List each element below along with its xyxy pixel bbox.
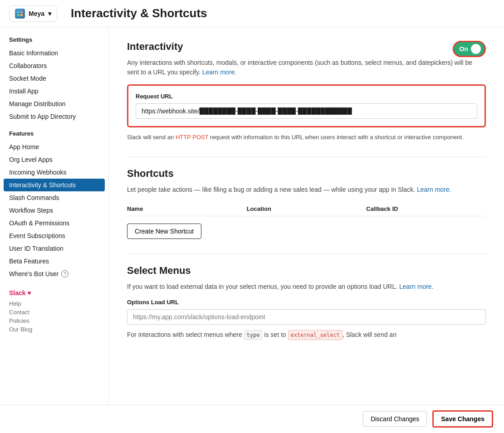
shortcuts-section: Shortcuts Let people take actions — like… [127, 168, 486, 239]
interactivity-section: Interactivity On Any interactions with s… [127, 41, 486, 142]
shortcuts-col-location: Location [247, 205, 367, 212]
shortcuts-learn-more-link[interactable]: Learn more. [417, 186, 451, 193]
sidebar-item-slash-commands[interactable]: Slash Commands [0, 191, 108, 204]
sidebar-item-manage-distribution[interactable]: Manage Distribution [0, 97, 108, 110]
shortcuts-col-callback-id: Callback ID [366, 205, 486, 212]
svg-rect-0 [17, 11, 20, 13]
shortcuts-table: Name Location Callback ID [127, 202, 486, 216]
select-menus-learn-more-link[interactable]: Learn more. [399, 283, 433, 290]
select-menus-section: Select Menus If you want to load externa… [127, 265, 486, 340]
chevron-down-icon: ▾ [48, 10, 51, 17]
sidebar-item-basic-information[interactable]: Basic Information [0, 47, 108, 59]
slack-footer-label: Slack ♥ [9, 289, 99, 297]
svg-rect-3 [20, 14, 23, 16]
wheres-bot-user-label: Where's Bot User [9, 270, 59, 277]
external-select-code-tag: external_select [288, 330, 343, 340]
divider-2 [127, 253, 486, 254]
select-menus-description: If you want to load external data in you… [127, 282, 486, 292]
request-url-description: Slack will send an HTTP POST request wit… [127, 133, 486, 142]
discard-changes-button[interactable]: Discard Changes [363, 411, 427, 427]
request-url-input[interactable] [136, 103, 477, 119]
request-url-label: Request URL [136, 93, 477, 100]
sidebar-item-wheres-bot-user[interactable]: Where's Bot User ? [0, 268, 108, 280]
sidebar-item-beta-features[interactable]: Beta Features [0, 255, 108, 268]
sidebar-item-collaborators[interactable]: Collaborators [0, 59, 108, 72]
type-code-tag: type [244, 330, 263, 340]
request-url-box: Request URL [127, 84, 486, 127]
options-load-url-label: Options Load URL [127, 299, 486, 306]
save-changes-button[interactable]: Save Changes [432, 410, 493, 428]
toggle-circle [471, 44, 481, 54]
shortcuts-title: Shortcuts [127, 168, 486, 180]
page-title: Interactivity & Shortcuts [71, 6, 207, 20]
main-content: Interactivity On Any interactions with s… [109, 27, 504, 404]
app-icon [15, 9, 25, 19]
shortcuts-table-header: Name Location Callback ID [127, 202, 486, 216]
app-selector[interactable]: Meya ▾ [9, 5, 57, 22]
interactivity-title: Interactivity [127, 41, 486, 53]
sidebar-item-interactivity-shortcuts[interactable]: Interactivity & Shortcuts [4, 179, 105, 191]
sidebar-item-user-id-translation[interactable]: User ID Translation [0, 242, 108, 255]
settings-section-title: Settings [0, 36, 108, 47]
sidebar-item-event-subscriptions[interactable]: Event Subscriptions [0, 229, 108, 242]
options-load-url-input[interactable] [127, 309, 486, 325]
bottom-bar: Discard Changes Save Changes [0, 404, 504, 433]
interactivity-toggle[interactable]: On [453, 41, 486, 57]
app-name: Meya [29, 10, 44, 17]
interactivity-learn-more-link[interactable]: Learn more. [202, 68, 236, 76]
sidebar-item-oauth-permissions[interactable]: OAuth & Permissions [0, 217, 108, 229]
toggle-label: On [460, 45, 468, 53]
sidebar-item-incoming-webhooks[interactable]: Incoming Webhooks [0, 166, 108, 179]
help-circle-icon: ? [61, 270, 69, 277]
http-post-link: HTTP POST [176, 134, 208, 141]
sidebar-item-workflow-steps[interactable]: Workflow Steps [0, 204, 108, 217]
features-section-title: Features [0, 126, 108, 141]
footer-link-policies[interactable]: Policies [9, 317, 99, 324]
sidebar-item-org-level-apps[interactable]: Org Level Apps [0, 153, 108, 166]
top-bar: Meya ▾ Interactivity & Shortcuts [0, 0, 504, 27]
sidebar-item-socket-mode[interactable]: Socket Mode [0, 72, 108, 85]
select-menus-footer-desc: For interactions with select menus where… [127, 330, 486, 340]
sidebar-item-install-app[interactable]: Install App [0, 85, 108, 97]
sidebar-footer: Slack ♥ Help Contact Policies Our Blog [0, 289, 108, 333]
shortcuts-col-name: Name [127, 205, 247, 212]
toggle-container: On [453, 41, 486, 57]
divider-1 [127, 156, 486, 157]
sidebar-item-submit-to-app-directory[interactable]: Submit to App Directory [0, 110, 108, 123]
svg-rect-2 [17, 14, 20, 16]
sidebar-item-app-home[interactable]: App Home [0, 141, 108, 153]
layout: Settings Basic Information Collaborators… [0, 27, 504, 404]
svg-rect-1 [20, 11, 23, 13]
footer-link-our-blog[interactable]: Our Blog [9, 326, 99, 333]
select-menus-title: Select Menus [127, 265, 486, 277]
shortcuts-description: Let people take actions — like filing a … [127, 185, 486, 195]
create-new-shortcut-button[interactable]: Create New Shortcut [127, 224, 201, 239]
footer-link-help[interactable]: Help [9, 300, 99, 307]
sidebar: Settings Basic Information Collaborators… [0, 27, 109, 404]
interactivity-description: Any interactions with shortcuts, modals,… [127, 58, 486, 77]
footer-link-contact[interactable]: Contact [9, 309, 99, 316]
